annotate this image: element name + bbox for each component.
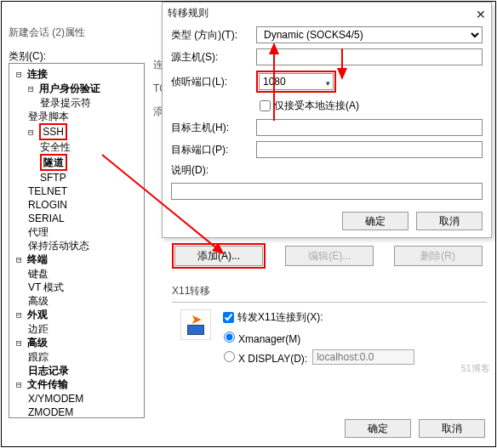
dialog-title: 转移规则 (168, 7, 209, 19)
local-only-checkbox[interactable]: 仅接受本地连接(A) (256, 99, 359, 111)
tree-item-login-script[interactable]: 登录脚本 (11, 110, 142, 123)
dialog-cancel-button[interactable]: 取消 (416, 212, 483, 230)
collapse-icon: ⊟ (16, 254, 27, 265)
listen-port-label: 侦听端口(L): (171, 75, 256, 89)
desc-label: 说明(D): (171, 163, 256, 178)
dst-host-input (256, 119, 483, 136)
xdisplay-radio[interactable]: X DISPLAY(D): (220, 349, 307, 365)
tree-item-proxy[interactable]: 代理 (11, 225, 142, 239)
tree-item-xymodem[interactable]: X/YMODEM (11, 392, 142, 405)
tree-item-keepalive[interactable]: 保持活动状态 (11, 239, 142, 252)
tree-item-appearance[interactable]: ⊟ 外观 (11, 308, 142, 322)
tree-item-ssh[interactable]: ⊟ SSH (11, 123, 142, 140)
category-tree[interactable]: ⊟ 连接 ⊟ 用户身份验证 登录提示符 登录脚本 ⊟ SSH 安全性 隧道 SF… (9, 63, 145, 418)
collapse-icon: ⊟ (16, 337, 27, 349)
tree-item-login-prompt[interactable]: 登录提示符 (11, 96, 142, 110)
tree-item-advanced2[interactable]: ⊟ 高级 (11, 336, 142, 350)
dst-port-input (256, 141, 483, 158)
tree-item-logging[interactable]: 日志记录 (11, 364, 142, 377)
forward-rule-dialog: 转移规则 ✕ 类型 (方向)(T): Dynamic (SOCKS4/5) 源主… (162, 2, 492, 238)
type-label: 类型 (方向)(T): (171, 28, 256, 43)
collapse-icon: ⊟ (16, 69, 27, 80)
edit-button: 编辑(E)... (285, 246, 374, 266)
close-icon[interactable]: ✕ (476, 4, 486, 25)
tree-item-zmodem[interactable]: ZMODEM (11, 405, 142, 418)
tree-item-security[interactable]: 安全性 (11, 140, 142, 154)
collapse-icon: ⊟ (28, 127, 39, 138)
dst-host-label: 目标主机(H): (171, 121, 256, 135)
cancel-button[interactable]: 取消 (419, 419, 485, 438)
dst-port-label: 目标端口(P): (171, 143, 256, 157)
x11-title: X11转移 (172, 284, 487, 298)
tree-item-auth[interactable]: ⊟ 用户身份验证 (11, 82, 142, 96)
desc-input[interactable] (171, 183, 483, 200)
src-host-input[interactable] (256, 48, 483, 65)
tree-item-rlogin[interactable]: RLOGIN (11, 198, 142, 212)
tree-item-filetransfer[interactable]: ⊟ 文件传输 (11, 377, 142, 392)
tree-item-vtmode[interactable]: VT 模式 (11, 281, 142, 294)
tree-item-telnet[interactable]: TELNET (11, 184, 142, 198)
tree-item-trace[interactable]: 跟踪 (11, 350, 142, 364)
tree-item-tunnel[interactable]: 隧道 (11, 154, 142, 171)
category-label: 类别(C): (9, 49, 46, 64)
xdisplay-input (312, 349, 414, 365)
type-select[interactable]: Dynamic (SOCKS4/5) (256, 26, 483, 43)
tree-item-sftp[interactable]: SFTP (11, 171, 142, 184)
dialog-ok-button[interactable]: 确定 (342, 212, 408, 230)
listen-port-input[interactable] (259, 73, 334, 90)
x11-section: X11转移 ➤ 转发X11连接到(X): Xmanager(M) (172, 284, 487, 368)
add-button[interactable]: 添加(A)... (174, 246, 263, 266)
delete-button: 删除(R) (394, 246, 483, 266)
tree-item-serial[interactable]: SERIAL (11, 212, 142, 225)
collapse-icon: ⊟ (16, 379, 27, 390)
tree-item-keyboard[interactable]: 键盘 (11, 267, 142, 281)
forward-x11-checkbox[interactable]: 转发X11连接到(X): (220, 309, 323, 326)
window-title: 新建会话 (2)属性 (9, 26, 85, 40)
ok-button[interactable]: 确定 (345, 419, 411, 438)
xmanager-icon: ➤ (180, 309, 211, 340)
tree-item-terminal[interactable]: ⊟ 终端 (11, 252, 142, 267)
xmanager-radio[interactable]: Xmanager(M) (220, 329, 300, 345)
collapse-icon: ⊟ (16, 309, 27, 320)
tree-item-connection[interactable]: ⊟ 连接 (11, 67, 142, 82)
tree-item-advanced1[interactable]: 高级 (11, 294, 142, 308)
tree-item-margin[interactable]: 边距 (11, 322, 142, 336)
watermark: 51博客 (461, 362, 490, 375)
src-host-label: 源主机(S): (171, 50, 256, 65)
collapse-icon: ⊟ (28, 83, 39, 94)
